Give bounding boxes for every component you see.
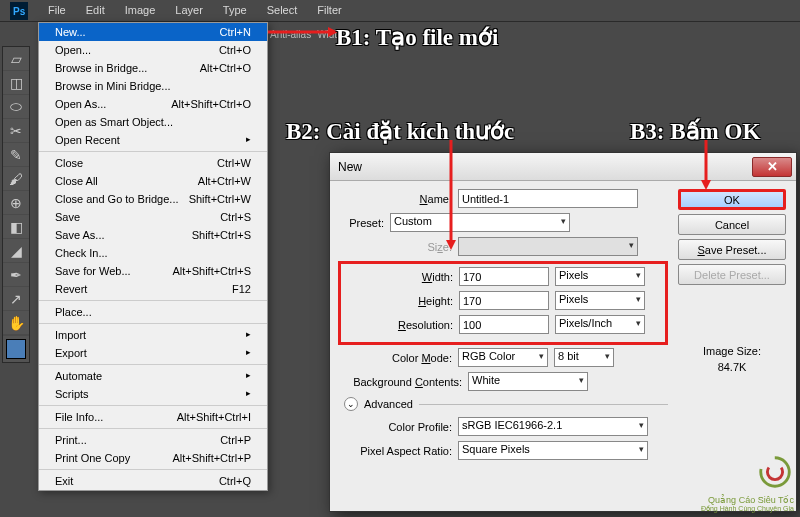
pen-tool-icon[interactable]: ✒ [3,263,29,287]
gradient-tool-icon[interactable]: ◢ [3,239,29,263]
menu-separator [39,364,267,365]
file-menu-item[interactable]: Browse in Mini Bridge... [39,77,267,95]
path-tool-icon[interactable]: ↗ [3,287,29,311]
menu-select[interactable]: Select [257,0,308,21]
dialog-titlebar[interactable]: New ✕ [330,153,796,181]
name-label: Name: [340,193,458,205]
width-label: Width: [341,271,459,283]
file-menu-item[interactable]: Browse in Bridge...Alt+Ctrl+O [39,59,267,77]
color-mode-combo[interactable]: RGB Color [458,348,548,367]
file-menu-item[interactable]: Print...Ctrl+P [39,431,267,449]
color-profile-label: Color Profile: [340,421,458,433]
svg-point-8 [761,458,790,487]
dialog-title: New [334,160,752,174]
width-input[interactable] [459,267,549,286]
watermark-logo-icon [756,453,794,491]
save-preset-button[interactable]: Save Preset... [678,239,786,260]
close-icon[interactable]: ✕ [752,157,792,177]
file-menu-item[interactable]: Export▸ [39,344,267,362]
resolution-label: Resolution: [341,319,459,331]
resolution-unit-combo[interactable]: Pixels/Inch [555,315,645,334]
marquee-tool-icon[interactable]: ◫ [3,71,29,95]
delete-preset-button: Delete Preset... [678,264,786,285]
image-size-readout: Image Size: 84.7K [678,345,786,373]
menu-separator [39,405,267,406]
resolution-input[interactable] [459,315,549,334]
menubar: Ps File Edit Image Layer Type Select Fil… [0,0,800,22]
eyedropper-tool-icon[interactable]: ✎ [3,143,29,167]
menu-filter[interactable]: Filter [307,0,351,21]
menu-separator [39,469,267,470]
preset-label: Preset: [340,217,390,229]
file-menu-item[interactable]: Automate▸ [39,367,267,385]
svg-point-9 [767,464,782,479]
file-menu-item[interactable]: SaveCtrl+S [39,208,267,226]
anti-alias-label: Anti-alias [270,29,311,40]
color-depth-combo[interactable]: 8 bit [554,348,614,367]
preset-combo[interactable]: Custom [390,213,570,232]
height-input[interactable] [459,291,549,310]
file-menu-item[interactable]: Open...Ctrl+O [39,41,267,59]
move-tool-icon[interactable]: ▱ [3,47,29,71]
advanced-toggle[interactable]: ⌄ Advanced [344,397,668,411]
color-profile-combo[interactable]: sRGB IEC61966-2.1 [458,417,648,436]
file-menu-item[interactable]: CloseCtrl+W [39,154,267,172]
file-menu-item[interactable]: Close and Go to Bridge...Shift+Ctrl+W [39,190,267,208]
dimensions-highlight-box: Width: Pixels Height: Pixels Resolution:… [338,261,668,345]
menu-separator [39,428,267,429]
height-label: Height: [341,295,459,307]
photoshop-icon: Ps [0,0,38,22]
file-menu-item[interactable]: Place... [39,303,267,321]
advanced-label: Advanced [364,398,413,410]
par-combo[interactable]: Square Pixels [458,441,648,460]
tool-separator [3,335,29,336]
color-mode-label: Color Mode: [340,352,458,364]
svg-text:Ps: Ps [13,6,26,17]
annotation-b2: B2: Cài đặt kích thước [286,118,514,145]
menu-layer[interactable]: Layer [165,0,213,21]
menu-separator [39,151,267,152]
eraser-tool-icon[interactable]: ◧ [3,215,29,239]
size-label: Size: [340,241,458,253]
menu-file[interactable]: File [38,0,76,21]
file-menu-item[interactable]: Open As...Alt+Shift+Ctrl+O [39,95,267,113]
bg-contents-label: Background Contents: [340,376,468,388]
file-menu-item[interactable]: Open as Smart Object... [39,113,267,131]
file-menu-item[interactable]: Import▸ [39,326,267,344]
brush-tool-icon[interactable]: 🖌 [3,167,29,191]
tools-panel: ▱ ◫ ⬭ ✂ ✎ 🖌 ⊕ ◧ ◢ ✒ ↗ ✋ [2,46,30,363]
hand-tool-icon[interactable]: ✋ [3,311,29,335]
menu-image[interactable]: Image [115,0,166,21]
size-combo [458,237,638,256]
file-menu-item[interactable]: Save for Web...Alt+Shift+Ctrl+S [39,262,267,280]
file-menu-item[interactable]: ExitCtrl+Q [39,472,267,490]
menu-separator [39,300,267,301]
lasso-tool-icon[interactable]: ⬭ [3,95,29,119]
menu-type[interactable]: Type [213,0,257,21]
file-menu-item[interactable]: Check In... [39,244,267,262]
height-unit-combo[interactable]: Pixels [555,291,645,310]
annotation-b3: B3: Bấm OK [630,118,760,145]
menu-edit[interactable]: Edit [76,0,115,21]
annotation-b1: B1: Tạo file mới [336,24,498,51]
width-label: Width: [317,29,345,40]
file-menu-item[interactable]: New...Ctrl+N [39,23,267,41]
file-menu-dropdown: New...Ctrl+NOpen...Ctrl+OBrowse in Bridg… [38,22,268,491]
foreground-color[interactable] [6,339,26,359]
file-menu-item[interactable]: Close AllAlt+Ctrl+W [39,172,267,190]
file-menu-item[interactable]: Open Recent▸ [39,131,267,149]
name-input[interactable] [458,189,638,208]
file-menu-item[interactable]: Print One CopyAlt+Shift+Ctrl+P [39,449,267,467]
stamp-tool-icon[interactable]: ⊕ [3,191,29,215]
bg-contents-combo[interactable]: White [468,372,588,391]
file-menu-item[interactable]: File Info...Alt+Shift+Ctrl+I [39,408,267,426]
width-unit-combo[interactable]: Pixels [555,267,645,286]
cancel-button[interactable]: Cancel [678,214,786,235]
watermark: Quảng Cáo Siêu Tốc Đồng Hành Cùng Chuyên… [701,453,794,513]
chevron-down-icon: ⌄ [344,397,358,411]
file-menu-item[interactable]: Save As...Shift+Ctrl+S [39,226,267,244]
ok-button[interactable]: OK [678,189,786,210]
file-menu-item[interactable]: Scripts▸ [39,385,267,403]
file-menu-item[interactable]: RevertF12 [39,280,267,298]
crop-tool-icon[interactable]: ✂ [3,119,29,143]
